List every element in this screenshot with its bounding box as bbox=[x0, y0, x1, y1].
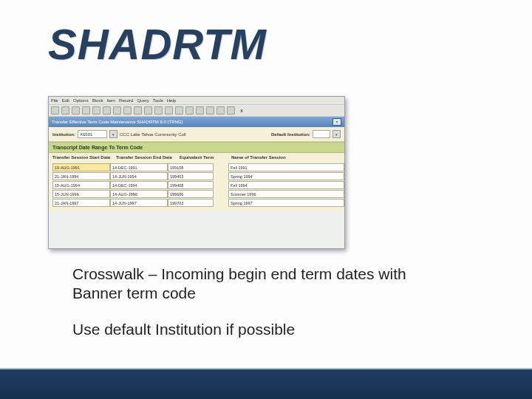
cell-term[interactable]: 199703 bbox=[168, 199, 214, 207]
toolbar-button[interactable] bbox=[123, 106, 132, 115]
toolbar-button[interactable] bbox=[196, 106, 204, 115]
institution-label: Institution: bbox=[52, 132, 75, 137]
cell-end[interactable]: 14-JUN-1997 bbox=[110, 199, 168, 207]
cell-name[interactable]: Fall 1991 bbox=[228, 163, 344, 171]
toolbar-button[interactable] bbox=[227, 106, 235, 115]
toolbar-button[interactable] bbox=[165, 106, 173, 115]
cell-term[interactable]: 199108 bbox=[168, 163, 214, 171]
menu-record[interactable]: Record bbox=[119, 98, 133, 103]
toolbar-button[interactable] bbox=[92, 106, 100, 115]
window-title: Transfer Effective Term Code Maintenance… bbox=[52, 120, 183, 124]
slide-title: SHADRTM bbox=[48, 19, 267, 69]
menu-item[interactable]: Item bbox=[106, 98, 115, 103]
grid-header: Transfer Session Start Date Transfer Ses… bbox=[49, 153, 344, 162]
menu-query[interactable]: Query bbox=[137, 98, 149, 103]
cell-end[interactable]: 14-JUN-1994 bbox=[110, 172, 168, 180]
default-institution-label: Default Institution: bbox=[271, 132, 310, 137]
toolbar-button[interactable] bbox=[103, 106, 111, 115]
toolbar-button[interactable] bbox=[185, 106, 194, 115]
table-row[interactable]: 21-JAN-1994 14-JUN-1994 199403 Spring 19… bbox=[52, 172, 344, 180]
cell-end[interactable]: 14-DEC-1991 bbox=[110, 163, 168, 171]
institution-dropdown-icon[interactable]: ▾ bbox=[109, 130, 117, 138]
cell-term[interactable]: 199606 bbox=[168, 190, 214, 198]
toolbar: X bbox=[49, 105, 344, 117]
institution-description: CCC Lake Tahoe Community Coll bbox=[120, 132, 186, 137]
toolbar-button[interactable] bbox=[51, 106, 59, 115]
section-header: Transcript Date Range To Term Code bbox=[49, 142, 344, 153]
menu-block[interactable]: Block bbox=[92, 98, 103, 103]
window-title-bar: Transfer Effective Term Code Maintenance… bbox=[49, 117, 344, 127]
cell-start[interactable]: 15-AUG-1994 bbox=[52, 181, 110, 189]
menu-tools[interactable]: Tools bbox=[153, 98, 163, 103]
table-row[interactable]: 15-JUN-1996 14-AUG-1996 199606 Summer 19… bbox=[52, 190, 344, 198]
menu-bar: File Edit Options Block Item Record Quer… bbox=[49, 97, 344, 105]
col-session-name: Name of Transfer Session bbox=[231, 155, 344, 160]
cell-name[interactable]: Fall 1994 bbox=[228, 181, 344, 189]
cell-start[interactable]: 15-JUN-1996 bbox=[52, 190, 110, 198]
default-institution-input[interactable] bbox=[313, 130, 330, 138]
cell-end[interactable]: 14-DEC-1994 bbox=[110, 181, 168, 189]
toolbar-x-label: X bbox=[240, 109, 243, 113]
toolbar-button[interactable] bbox=[82, 106, 90, 115]
menu-edit[interactable]: Edit bbox=[62, 98, 69, 103]
cell-start[interactable]: 21-JAN-1997 bbox=[52, 199, 110, 207]
cell-term[interactable]: 199408 bbox=[168, 181, 214, 189]
table-row[interactable]: 15-AUG-1994 14-DEC-1994 199408 Fall 1994 bbox=[52, 181, 344, 189]
menu-options[interactable]: Options bbox=[73, 98, 89, 103]
cell-name[interactable]: Summer 1996 bbox=[228, 190, 344, 198]
toolbar-button[interactable] bbox=[144, 106, 152, 115]
toolbar-button[interactable] bbox=[61, 106, 69, 115]
menu-file[interactable]: File bbox=[51, 98, 58, 103]
body-paragraph-1: Crosswalk – Incoming begin end term date… bbox=[72, 265, 458, 304]
table-row[interactable]: 21-JAN-1997 14-JUN-1997 199703 Spring 19… bbox=[52, 199, 344, 207]
toolbar-button[interactable] bbox=[72, 106, 80, 115]
cell-name[interactable]: Spring 1994 bbox=[228, 172, 344, 180]
toolbar-button[interactable] bbox=[216, 106, 225, 115]
body-text: Crosswalk – Incoming begin end term date… bbox=[72, 265, 458, 355]
app-screenshot: File Edit Options Block Item Record Quer… bbox=[48, 96, 345, 249]
cell-term[interactable]: 199403 bbox=[168, 172, 214, 180]
window-close-button[interactable]: × bbox=[332, 118, 341, 126]
default-institution-dropdown-icon[interactable]: ▾ bbox=[332, 130, 341, 138]
institution-row: Institution: X6501 ▾ CCC Lake Tahoe Comm… bbox=[49, 127, 344, 142]
cell-end[interactable]: 14-AUG-1996 bbox=[110, 190, 168, 198]
col-end-date: Transfer Session End Date bbox=[116, 155, 180, 160]
cell-start[interactable]: 19-AUG-1991 bbox=[52, 163, 110, 171]
col-start-date: Transfer Session Start Date bbox=[52, 155, 116, 160]
body-paragraph-2: Use default Institution if possible bbox=[72, 320, 458, 339]
footer-bar bbox=[0, 369, 532, 399]
menu-help[interactable]: Help bbox=[167, 98, 176, 103]
toolbar-button[interactable] bbox=[154, 106, 163, 115]
toolbar-button[interactable] bbox=[113, 106, 121, 115]
institution-input[interactable]: X6501 bbox=[78, 130, 107, 138]
toolbar-button[interactable] bbox=[134, 106, 142, 115]
col-equivalent-term: Equivalent Term bbox=[180, 155, 231, 160]
table-row[interactable]: 19-AUG-1991 14-DEC-1991 199108 Fall 1991 bbox=[52, 163, 344, 171]
cell-name[interactable]: Spring 1997 bbox=[228, 199, 344, 207]
toolbar-button[interactable] bbox=[175, 106, 183, 115]
cell-start[interactable]: 21-JAN-1994 bbox=[52, 172, 110, 180]
data-grid: 19-AUG-1991 14-DEC-1991 199108 Fall 1991… bbox=[49, 162, 344, 211]
toolbar-button[interactable] bbox=[206, 106, 214, 115]
